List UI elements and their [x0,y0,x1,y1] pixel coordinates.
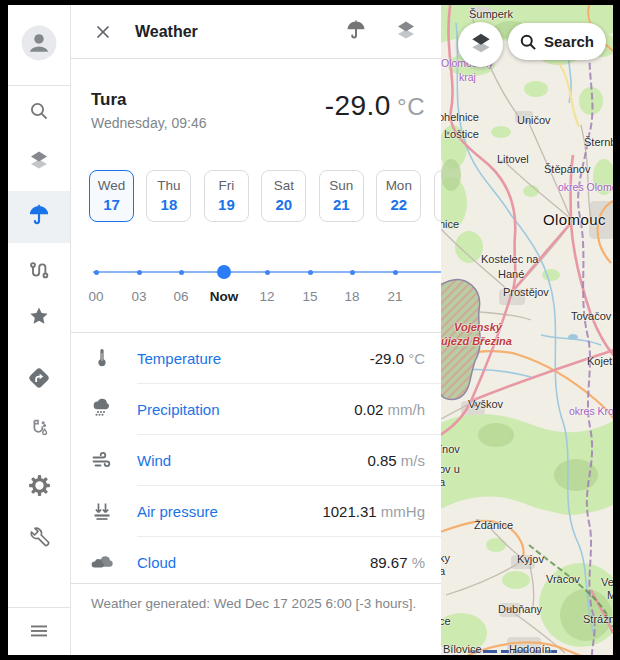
location-name: Tura [91,90,127,110]
panel-title: Weather [135,23,198,41]
thermometer-icon [89,345,115,371]
detail-value: 89.67 % [370,554,425,571]
location-datetime: Wednesday, 09:46 [91,115,206,131]
map-label: ínov [441,443,460,455]
weather-source-button[interactable] [343,19,369,45]
map-label: Uničov [517,114,551,126]
day-card[interactable]: Sun21 [319,170,364,222]
map-label: Kojetín [587,355,613,367]
app-window: Weather Tura Wednesday, 09:46 -29.0 °C W… [0,0,620,660]
sidebar-item-route[interactable] [8,250,70,294]
sidebar-item-settings[interactable] [8,465,70,509]
tick-label: 21 [375,289,415,304]
map-label: Dubňany [498,603,542,615]
sidebar-item-navigation[interactable] [8,358,70,402]
map-label: nice [441,218,459,230]
detail-row-precipitation: Precipitation 0.02 mm/h [71,384,441,434]
detail-label[interactable]: Wind [137,452,171,469]
map-label: okres Olomouc [558,181,613,193]
map-label: Hané [498,268,524,280]
tick-label: 12 [247,289,287,304]
tick-label: 18 [332,289,372,304]
tick-label-now: Now [204,289,244,304]
map-label: Ve [601,576,613,588]
screen: Weather Tura Wednesday, 09:46 -29.0 °C W… [8,5,612,655]
map-label: Štěpánov [544,163,590,175]
slider-tick [179,270,184,275]
profile-button[interactable] [8,23,70,67]
sidebar-item-menu[interactable] [8,611,70,655]
wind-icon [89,447,115,473]
slider-handle[interactable] [217,265,231,279]
slider-tick [350,270,355,275]
map-label: Bílovice [443,643,482,655]
detail-label[interactable]: Air pressure [137,503,218,520]
weather-details: Temperature -29.0 °C Precipitation 0.02 … [71,333,441,587]
detail-value: -29.0 °C [370,350,425,367]
slider-tick [94,270,99,275]
tick-label: 03 [119,289,159,304]
precipitation-icon [89,396,115,422]
gear-icon [27,473,52,502]
day-card[interactable]: Thu18 [146,170,191,222]
map-label: ky [441,552,450,564]
day-card[interactable]: Fri19 [204,170,249,222]
map-view[interactable]: ŠumperkOlomouckýkrajohelniceLošticeUničo… [441,5,613,655]
search-icon [518,32,538,52]
avatar [20,24,58,66]
sidebar-item-search[interactable] [8,91,70,135]
day-card[interactable]: Tue23 [434,170,441,222]
detail-row-air-pressure: Air pressure 1021.31 mmHg [71,486,441,536]
sidebar-item-plugins[interactable] [8,516,70,560]
tick-label: 00 [76,289,116,304]
tick-label: 06 [161,289,201,304]
hamburger-menu-icon [27,619,51,647]
plan-route-icon [27,416,51,444]
sidebar-item-weather[interactable] [8,191,70,243]
star-icon [27,304,51,332]
detail-row-temperature: Temperature -29.0 °C [71,333,441,383]
map-label: Šternberk [584,136,613,148]
detail-value: 1021.31 mmHg [322,503,425,520]
map-label: újezd Březina [441,335,512,347]
sidebar [8,5,71,655]
map-label: Vracov [546,573,580,585]
day-card[interactable]: Mon22 [376,170,421,222]
map-label: okres Kro [569,405,613,417]
day-card[interactable]: Wed17 [89,170,134,222]
weather-panel: Weather Tura Wednesday, 09:46 -29.0 °C W… [71,5,441,655]
panel-footer: Weather generated: Wed Dec 17 2025 6:00 … [71,583,441,614]
slider-tick [393,270,398,275]
detail-label[interactable]: Cloud [137,554,176,571]
map-label: ov u [441,463,460,475]
weather-layers-button[interactable] [393,19,419,45]
sidebar-divider [8,85,70,86]
map-label: Kyjov [517,553,544,565]
map-label: Hodonín [509,643,551,655]
sidebar-item-favorites[interactable] [8,296,70,340]
map-label: Ždánice [474,519,513,531]
detail-row-wind: Wind 0.85 m/s [71,435,441,485]
cloud-icon [89,549,115,575]
layers-icon [394,18,418,46]
sidebar-item-layers[interactable] [8,140,70,184]
panel-header: Weather [71,5,441,59]
umbrella-icon [26,202,52,232]
tick-label: 15 [290,289,330,304]
map-layers-button[interactable] [458,22,503,67]
time-slider[interactable]: 00 03 06 Now 12 15 18 21 [71,245,441,315]
map-label: Vyškov [468,398,503,410]
current-temperature: -29.0 °C [325,90,425,122]
day-card[interactable]: Sat20 [261,170,306,222]
weather-generated-text: Weather generated: Wed Dec 17 2025 6:00 … [91,594,421,614]
map-label: Prostějov [503,286,549,298]
map-label: a [441,565,445,577]
map-label: kraj [459,71,476,83]
detail-label[interactable]: Temperature [137,350,221,367]
detail-value: 0.85 m/s [367,452,425,469]
map-search-button[interactable]: Search [508,23,606,60]
map-label: Litovel [497,153,529,165]
close-button[interactable] [89,18,117,46]
detail-label[interactable]: Precipitation [137,401,220,418]
sidebar-item-plan-route[interactable] [8,408,70,452]
